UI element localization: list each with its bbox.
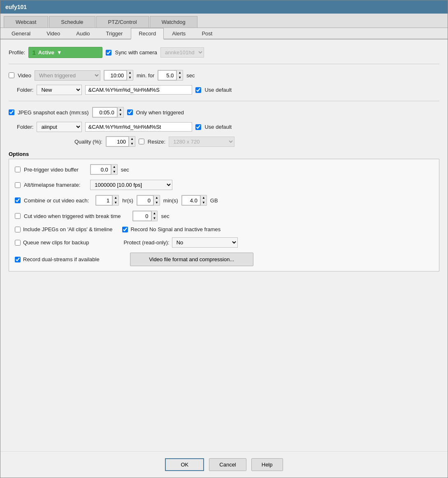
- video-duration-input[interactable]: [158, 70, 176, 80]
- tab-audio[interactable]: Audio: [68, 28, 97, 39]
- video-duration-down[interactable]: ▼: [177, 75, 183, 80]
- tab-video[interactable]: Video: [39, 28, 68, 39]
- separator-1: [9, 64, 439, 64]
- footer: OK Cancel Help: [0, 451, 448, 478]
- cut-break-down[interactable]: ▼: [152, 216, 158, 221]
- dual-streams-checkbox[interactable]: [15, 257, 21, 262]
- timelapse-checkbox[interactable]: [15, 182, 21, 188]
- title-bar: eufy101: [0, 0, 448, 14]
- queue-backup-checkbox[interactable]: [15, 240, 21, 246]
- video-time-spinbox[interactable]: ▲ ▼: [104, 70, 133, 81]
- protect-select[interactable]: No: [172, 237, 238, 248]
- protect-group: Protect (read-only): No: [123, 237, 237, 248]
- pre-trigger-down[interactable]: ▼: [111, 169, 117, 174]
- jpeg-use-default-checkbox[interactable]: [195, 124, 201, 130]
- jpeg-quality-down[interactable]: ▼: [129, 142, 135, 146]
- ok-button[interactable]: OK: [165, 458, 204, 471]
- jpeg-quality-spinbox[interactable]: ▲ ▼: [106, 136, 135, 147]
- options-box: Pre-trigger video buffer ▲ ▼ sec Alt/tim…: [9, 159, 439, 271]
- no-signal-label: Record No Signal and Inactive frames: [130, 226, 221, 232]
- tab-trigger[interactable]: Trigger: [98, 28, 131, 39]
- combine-hrs-input[interactable]: [96, 195, 112, 205]
- combine-checkbox[interactable]: [15, 197, 21, 203]
- pre-trigger-input[interactable]: [91, 165, 111, 174]
- jpeg-folder-row: Folder: aiinput Use default: [17, 122, 439, 132]
- profile-select[interactable]: 1 Active ▼: [28, 47, 102, 58]
- include-jpegs-checkbox[interactable]: [15, 227, 21, 232]
- tab-schedule[interactable]: Schedule: [49, 16, 95, 28]
- combine-min-spinbox[interactable]: ▲ ▼: [137, 195, 160, 206]
- jpeg-resize-select[interactable]: 1280 x 720: [169, 137, 234, 147]
- tab-webcast[interactable]: Webcast: [4, 16, 48, 28]
- jpeg-quality-up[interactable]: ▲: [129, 137, 135, 142]
- pre-trigger-up[interactable]: ▲: [111, 165, 117, 169]
- jpeg-only-triggered-checkbox[interactable]: [127, 109, 133, 115]
- tab-general[interactable]: General: [4, 28, 38, 39]
- tab-watchdog[interactable]: Watchdog: [150, 16, 197, 28]
- video-checkbox[interactable]: [9, 72, 14, 78]
- main-window: eufy101 Webcast Schedule PTZ/Control Wat…: [0, 0, 448, 478]
- video-time-unit: min. for: [137, 72, 154, 79]
- cut-break-spinbox[interactable]: ▲ ▼: [132, 211, 158, 221]
- no-signal-checkbox[interactable]: [122, 227, 128, 232]
- tab-post[interactable]: Post: [194, 28, 220, 39]
- tab-ptz-control[interactable]: PTZ/Control: [96, 16, 149, 28]
- combine-gb-input[interactable]: [182, 195, 200, 205]
- jpeg-interval-spinbox[interactable]: ▲ ▼: [92, 107, 124, 118]
- tab-record[interactable]: Record: [131, 28, 164, 39]
- jpeg-path-input[interactable]: [85, 122, 192, 132]
- video-time-input[interactable]: [104, 70, 127, 80]
- camera-select[interactable]: annke101hd: [160, 47, 204, 58]
- video-folder-select[interactable]: New: [37, 85, 82, 95]
- video-use-default-checkbox[interactable]: [195, 87, 201, 93]
- pre-trigger-checkbox[interactable]: [15, 167, 21, 172]
- cancel-button[interactable]: Cancel: [209, 458, 246, 471]
- jpeg-folder-label: Folder:: [17, 124, 33, 130]
- jpeg-quality-input[interactable]: [106, 137, 129, 146]
- pre-trigger-label: Pre-trigger video buffer: [24, 167, 79, 173]
- video-folder-label: Folder:: [17, 87, 33, 93]
- profile-dropdown-icon: ▼: [57, 49, 62, 56]
- cut-break-up[interactable]: ▲: [152, 211, 158, 216]
- profile-label: Profile:: [9, 49, 25, 56]
- jpeg-interval-input[interactable]: [93, 107, 117, 117]
- protect-label: Protect (read-only):: [123, 239, 169, 246]
- timelapse-select[interactable]: 1000000 [10.00 fps]: [90, 180, 172, 190]
- video-time-up[interactable]: ▲: [127, 70, 133, 75]
- jpeg-resize-checkbox[interactable]: [139, 139, 144, 144]
- jpeg-interval-down[interactable]: ▼: [118, 112, 123, 117]
- combine-hrs-up[interactable]: ▲: [113, 195, 118, 200]
- video-trigger-select[interactable]: When triggered: [35, 70, 100, 81]
- jpeg-checkbox[interactable]: [9, 109, 14, 115]
- combine-hrs-spinbox[interactable]: ▲ ▼: [95, 195, 119, 206]
- help-button[interactable]: Help: [251, 458, 283, 471]
- jpeg-resize-label: Resize:: [148, 139, 165, 145]
- combine-label: Combine or cut video each:: [24, 197, 89, 204]
- pre-trigger-spinbox[interactable]: ▲ ▼: [90, 164, 118, 175]
- video-duration-up[interactable]: ▲: [177, 70, 183, 75]
- profile-status: Active: [38, 49, 54, 56]
- cut-break-checkbox[interactable]: [15, 213, 21, 219]
- video-duration-spinbox[interactable]: ▲ ▼: [158, 70, 183, 81]
- combine-gb-up[interactable]: ▲: [201, 195, 207, 200]
- help-label: Help: [262, 462, 273, 468]
- video-time-down[interactable]: ▼: [127, 75, 133, 80]
- jpeg-interval-up[interactable]: ▲: [118, 107, 123, 112]
- combine-min-input[interactable]: [137, 195, 153, 205]
- sync-with-camera-checkbox[interactable]: [106, 50, 111, 56]
- combine-min-up[interactable]: ▲: [154, 195, 160, 200]
- tab-alerts[interactable]: Alerts: [164, 28, 193, 39]
- video-path-input[interactable]: [85, 85, 192, 95]
- combine-gb-spinbox[interactable]: ▲ ▼: [181, 195, 207, 206]
- combine-gb-down[interactable]: ▼: [201, 200, 207, 205]
- jpeg-quality-row: Quality (%): ▲ ▼ Resize: 1280 x 720: [74, 136, 439, 147]
- jpeg-folder-select[interactable]: aiinput: [37, 122, 82, 132]
- video-duration-arrows: ▲ ▼: [176, 70, 183, 80]
- jpeg-row: JPEG snapshot each (mm:ss) ▲ ▼ Only when…: [9, 107, 439, 118]
- queue-backup-group: Queue new clips for backup: [15, 239, 89, 246]
- cut-break-input[interactable]: [133, 211, 151, 221]
- combine-min-down[interactable]: ▼: [154, 200, 160, 205]
- video-format-button[interactable]: Video file format and compression...: [130, 253, 253, 266]
- combine-hrs-down[interactable]: ▼: [113, 200, 118, 205]
- dual-streams-row: Record dual-streams if available Video f…: [15, 253, 433, 266]
